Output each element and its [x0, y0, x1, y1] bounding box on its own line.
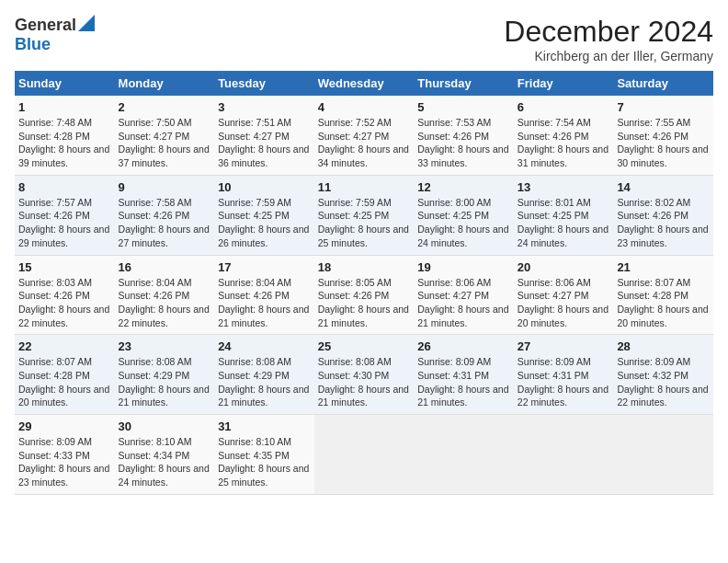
day-info: Sunrise: 7:58 AMSunset: 4:26 PMDaylight:… — [119, 196, 211, 250]
calendar-cell: 11Sunrise: 7:59 AMSunset: 4:25 PMDayligh… — [314, 175, 415, 255]
day-number: 27 — [518, 339, 610, 353]
day-number: 24 — [218, 339, 311, 353]
day-info: Sunrise: 8:06 AMSunset: 4:27 PMDaylight:… — [518, 276, 610, 330]
day-number: 6 — [518, 100, 610, 114]
calendar-cell: 17Sunrise: 8:04 AMSunset: 4:26 PMDayligh… — [214, 255, 314, 335]
day-info: Sunrise: 8:04 AMSunset: 4:26 PMDaylight:… — [218, 276, 311, 330]
day-info: Sunrise: 7:54 AMSunset: 4:26 PMDaylight:… — [518, 116, 610, 170]
day-number: 22 — [18, 339, 111, 353]
day-number: 7 — [617, 100, 710, 114]
day-number: 5 — [417, 100, 510, 114]
day-info: Sunrise: 7:59 AMSunset: 4:25 PMDaylight:… — [218, 196, 311, 250]
weekday-header-friday: Friday — [514, 71, 614, 96]
calendar-cell: 13Sunrise: 8:01 AMSunset: 4:25 PMDayligh… — [514, 175, 614, 255]
day-info: Sunrise: 8:01 AMSunset: 4:25 PMDaylight:… — [518, 196, 610, 250]
calendar-cell: 29Sunrise: 8:09 AMSunset: 4:33 PMDayligh… — [15, 415, 115, 495]
calendar-week-1: 1Sunrise: 7:48 AMSunset: 4:28 PMDaylight… — [15, 96, 713, 175]
calendar-cell: 31Sunrise: 8:10 AMSunset: 4:35 PMDayligh… — [214, 415, 314, 495]
day-info: Sunrise: 7:57 AMSunset: 4:26 PMDaylight:… — [18, 196, 111, 250]
calendar-cell: 18Sunrise: 8:05 AMSunset: 4:26 PMDayligh… — [314, 255, 415, 335]
calendar-cell: 28Sunrise: 8:09 AMSunset: 4:32 PMDayligh… — [613, 335, 713, 415]
calendar-cell: 8Sunrise: 7:57 AMSunset: 4:26 PMDaylight… — [15, 175, 115, 255]
day-number: 30 — [119, 419, 211, 433]
calendar-cell: 6Sunrise: 7:54 AMSunset: 4:26 PMDaylight… — [514, 96, 614, 175]
calendar-cell: 12Sunrise: 8:00 AMSunset: 4:25 PMDayligh… — [414, 175, 514, 255]
calendar-cell — [613, 415, 713, 495]
day-info: Sunrise: 7:51 AMSunset: 4:27 PMDaylight:… — [218, 116, 311, 170]
calendar-cell: 30Sunrise: 8:10 AMSunset: 4:34 PMDayligh… — [115, 415, 215, 495]
logo-general-text: General — [15, 16, 76, 35]
calendar-cell: 24Sunrise: 8:08 AMSunset: 4:29 PMDayligh… — [214, 335, 314, 415]
day-number: 15 — [18, 260, 111, 274]
day-number: 19 — [417, 260, 510, 274]
calendar-cell — [414, 415, 514, 495]
calendar-cell: 10Sunrise: 7:59 AMSunset: 4:25 PMDayligh… — [214, 175, 314, 255]
weekday-header-wednesday: Wednesday — [314, 71, 415, 96]
calendar-week-5: 29Sunrise: 8:09 AMSunset: 4:33 PMDayligh… — [15, 415, 713, 495]
day-number: 3 — [218, 100, 311, 114]
day-number: 26 — [417, 339, 510, 353]
svg-marker-0 — [78, 15, 95, 31]
calendar-cell: 20Sunrise: 8:06 AMSunset: 4:27 PMDayligh… — [514, 255, 614, 335]
weekday-header-tuesday: Tuesday — [214, 71, 314, 96]
day-number: 4 — [318, 100, 411, 114]
day-info: Sunrise: 8:05 AMSunset: 4:26 PMDaylight:… — [318, 276, 411, 330]
day-number: 2 — [119, 100, 211, 114]
title-area: December 2024 Kirchberg an der Iller, Ge… — [504, 15, 713, 63]
day-number: 13 — [518, 180, 610, 194]
day-info: Sunrise: 8:06 AMSunset: 4:27 PMDaylight:… — [417, 276, 510, 330]
day-number: 20 — [518, 260, 610, 274]
day-info: Sunrise: 7:50 AMSunset: 4:27 PMDaylight:… — [119, 116, 211, 170]
day-info: Sunrise: 8:09 AMSunset: 4:32 PMDaylight:… — [617, 355, 710, 409]
calendar-cell — [314, 415, 415, 495]
day-number: 8 — [18, 180, 111, 194]
day-number: 28 — [617, 339, 710, 353]
day-info: Sunrise: 8:02 AMSunset: 4:26 PMDaylight:… — [617, 196, 710, 250]
day-info: Sunrise: 7:59 AMSunset: 4:25 PMDaylight:… — [318, 196, 411, 250]
weekday-header-monday: Monday — [115, 71, 215, 96]
weekday-header-thursday: Thursday — [414, 71, 514, 96]
day-info: Sunrise: 8:08 AMSunset: 4:29 PMDaylight:… — [218, 355, 311, 409]
day-number: 29 — [18, 419, 111, 433]
calendar-cell: 15Sunrise: 8:03 AMSunset: 4:26 PMDayligh… — [15, 255, 115, 335]
calendar-cell: 22Sunrise: 8:07 AMSunset: 4:28 PMDayligh… — [15, 335, 115, 415]
calendar-cell: 9Sunrise: 7:58 AMSunset: 4:26 PMDaylight… — [115, 175, 215, 255]
day-info: Sunrise: 8:09 AMSunset: 4:31 PMDaylight:… — [518, 355, 610, 409]
calendar-cell: 14Sunrise: 8:02 AMSunset: 4:26 PMDayligh… — [613, 175, 713, 255]
day-info: Sunrise: 8:10 AMSunset: 4:35 PMDaylight:… — [218, 435, 311, 489]
location-title: Kirchberg an der Iller, Germany — [504, 49, 713, 63]
day-info: Sunrise: 7:55 AMSunset: 4:26 PMDaylight:… — [617, 116, 710, 170]
calendar-cell: 4Sunrise: 7:52 AMSunset: 4:27 PMDaylight… — [314, 96, 415, 175]
day-number: 9 — [119, 180, 211, 194]
logo-triangle-icon — [78, 15, 95, 31]
calendar-week-2: 8Sunrise: 7:57 AMSunset: 4:26 PMDaylight… — [15, 175, 713, 255]
calendar-week-4: 22Sunrise: 8:07 AMSunset: 4:28 PMDayligh… — [15, 335, 713, 415]
calendar-cell: 7Sunrise: 7:55 AMSunset: 4:26 PMDaylight… — [613, 96, 713, 175]
calendar-cell: 3Sunrise: 7:51 AMSunset: 4:27 PMDaylight… — [214, 96, 314, 175]
day-number: 31 — [218, 419, 311, 433]
calendar-cell — [514, 415, 614, 495]
day-number: 10 — [218, 180, 311, 194]
calendar-cell: 25Sunrise: 8:08 AMSunset: 4:30 PMDayligh… — [314, 335, 415, 415]
day-info: Sunrise: 8:03 AMSunset: 4:26 PMDaylight:… — [18, 276, 111, 330]
calendar-body: 1Sunrise: 7:48 AMSunset: 4:28 PMDaylight… — [15, 96, 713, 494]
calendar-cell: 2Sunrise: 7:50 AMSunset: 4:27 PMDaylight… — [115, 96, 215, 175]
day-number: 11 — [318, 180, 411, 194]
calendar-cell: 16Sunrise: 8:04 AMSunset: 4:26 PMDayligh… — [115, 255, 215, 335]
day-number: 18 — [318, 260, 411, 274]
calendar-cell: 5Sunrise: 7:53 AMSunset: 4:26 PMDaylight… — [414, 96, 514, 175]
weekday-header-saturday: Saturday — [613, 71, 713, 96]
day-info: Sunrise: 8:00 AMSunset: 4:25 PMDaylight:… — [417, 196, 510, 250]
day-number: 14 — [617, 180, 710, 194]
day-info: Sunrise: 8:08 AMSunset: 4:29 PMDaylight:… — [119, 355, 211, 409]
day-number: 23 — [119, 339, 211, 353]
weekday-header-sunday: Sunday — [15, 71, 115, 96]
month-title: December 2024 — [504, 15, 713, 49]
logo: General Blue — [15, 15, 95, 54]
calendar-table: SundayMondayTuesdayWednesdayThursdayFrid… — [15, 71, 713, 495]
day-number: 12 — [417, 180, 510, 194]
day-info: Sunrise: 8:04 AMSunset: 4:26 PMDaylight:… — [119, 276, 211, 330]
calendar-cell: 1Sunrise: 7:48 AMSunset: 4:28 PMDaylight… — [15, 96, 115, 175]
calendar-week-3: 15Sunrise: 8:03 AMSunset: 4:26 PMDayligh… — [15, 255, 713, 335]
day-number: 25 — [318, 339, 411, 353]
